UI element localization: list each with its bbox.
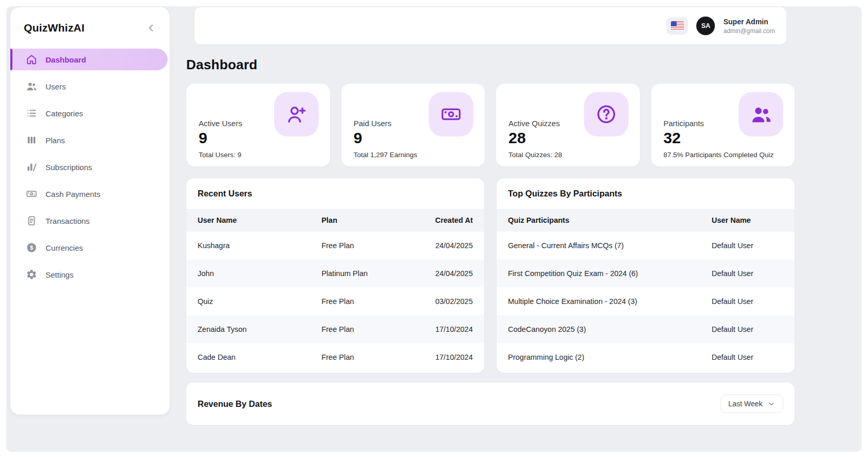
stat-card-paid-users: Paid Users 9 Total 1,297 Earnings (341, 84, 485, 166)
sidebar-item-cash-payments[interactable]: Cash Payments (10, 183, 168, 205)
dollar-icon: $ (26, 242, 37, 253)
date-range-value: Last Week (728, 400, 762, 408)
recent-users-header: User Name Plan Created At (186, 209, 484, 232)
sidebar-item-users[interactable]: Users (10, 75, 168, 97)
revenue-title: Revenue By Dates (198, 399, 272, 409)
avatar[interactable]: SA (696, 17, 715, 35)
column-header-created-at: Created At (415, 216, 473, 224)
cell-quiz-participants: General - Current Affairs MCQs (7) (508, 241, 712, 250)
sidebar-item-dashboard[interactable]: Dashboard (10, 49, 168, 70)
gear-icon (26, 269, 37, 280)
sidebar-item-label: Subscriptions (46, 163, 92, 172)
recent-users-rows: Kushagra Free Plan 24/04/2025 John Plati… (186, 232, 484, 371)
table-row: First Competition Quiz Exam - 2024 (6) D… (497, 260, 795, 287)
stat-card-participants: Participants 32 87.5% Participants Compl… (651, 84, 795, 166)
table-row: Multiple Choice Examination - 2024 (3) D… (497, 287, 795, 315)
cash-icon (429, 92, 473, 136)
svg-text:$: $ (30, 245, 33, 251)
cell-created-at: 24/04/2025 (415, 269, 473, 278)
sidebar-item-label: Categories (46, 109, 83, 118)
question-icon (584, 92, 628, 136)
stat-subtext: Total Users: 9 (199, 151, 318, 159)
sidebar-item-label: Users (46, 82, 66, 91)
sidebar-item-currencies[interactable]: $ Currencies (10, 237, 168, 258)
user-email: admin@gmail.com (723, 27, 775, 35)
cell-user-name: Quiz (198, 297, 321, 306)
cell-user-name: Default User (712, 297, 783, 306)
cell-created-at: 03/02/2025 (415, 297, 473, 306)
cell-quiz-participants: Programming Logic (2) (508, 353, 712, 361)
revenue-panel: Revenue By Dates Last Week (186, 383, 795, 425)
cell-user-name: Zenaida Tyson (198, 325, 321, 333)
sidebar-item-label: Settings (46, 270, 73, 279)
cell-user-name: Default User (712, 269, 783, 278)
cell-created-at: 17/10/2024 (415, 325, 473, 333)
app-logo: QuizWhizAI (24, 22, 84, 34)
stat-subtext: Total Quizzes: 28 (508, 151, 627, 159)
sidebar-item-label: Transactions (46, 217, 89, 225)
cell-plan: Platinum Plan (321, 269, 415, 278)
sidebar-item-transactions[interactable]: Transactions (10, 210, 168, 232)
chart-icon (26, 161, 37, 173)
cell-user-name: John (198, 269, 321, 278)
cash-icon (26, 188, 37, 200)
column-header-plan: Plan (321, 216, 415, 224)
chevron-down-icon (768, 400, 775, 408)
cell-quiz-participants: CodeCanoyon 2025 (3) (508, 325, 712, 333)
stat-card-active-users: Active Users 9 Total Users: 9 (186, 84, 330, 166)
table-row: John Platinum Plan 24/04/2025 (186, 260, 484, 287)
sidebar-item-plans[interactable]: Plans (10, 129, 168, 151)
stat-card-active-quizzes: Active Quizzes 28 Total Quizzes: 28 (496, 84, 640, 166)
cell-plan: Free Plan (321, 325, 415, 333)
cell-user-name: Kushagra (198, 241, 321, 250)
list-icon (26, 108, 37, 119)
table-row: Programming Logic (2) Default User (497, 343, 795, 371)
columns-icon (26, 134, 37, 146)
home-icon (26, 54, 37, 65)
sidebar-item-settings[interactable]: Settings (10, 264, 168, 285)
sidebar-nav: Dashboard Users Categories Plans Subscri… (10, 47, 170, 287)
stat-cards: Active Users 9 Total Users: 9 Paid Users… (186, 84, 795, 166)
cell-created-at: 24/04/2025 (415, 241, 473, 250)
user-meta: Super Admin admin@gmail.com (723, 18, 775, 35)
top-quizzes-panel: Top Quizzes By Participants Quiz Partici… (497, 178, 795, 373)
cell-plan: Free Plan (321, 241, 415, 250)
cell-user-name: Cade Dean (198, 353, 321, 361)
sidebar-item-categories[interactable]: Categories (10, 102, 168, 124)
language-button[interactable] (666, 17, 688, 35)
sidebar-item-label: Dashboard (46, 55, 86, 64)
cell-user-name: Default User (712, 325, 783, 333)
date-range-select[interactable]: Last Week (721, 394, 783, 413)
sidebar-item-subscriptions[interactable]: Subscriptions (10, 156, 168, 178)
table-row: General - Current Affairs MCQs (7) Defau… (497, 232, 795, 260)
cell-user-name: Default User (712, 241, 783, 250)
table-row: Cade Dean Free Plan 17/10/2024 (186, 343, 484, 371)
recent-users-title: Recent Users (186, 178, 484, 209)
stat-subtext: Total 1,297 Earnings (354, 151, 473, 159)
top-quizzes-rows: General - Current Affairs MCQs (7) Defau… (497, 232, 795, 371)
cell-quiz-participants: Multiple Choice Examination - 2024 (3) (508, 297, 712, 306)
user-plus-icon (274, 92, 319, 136)
sidebar-collapse-button[interactable] (145, 22, 157, 34)
top-quizzes-header: Quiz Participants User Name (497, 209, 795, 232)
topbar: SA Super Admin admin@gmail.com (194, 7, 786, 44)
stat-subtext: 87.5% Participants Completed Quiz (664, 151, 783, 159)
column-header-user-name: User Name (712, 216, 783, 224)
user-name: Super Admin (723, 18, 775, 26)
users-group-icon (739, 92, 783, 136)
recent-users-panel: Recent Users User Name Plan Created At K… (186, 178, 484, 373)
us-flag-icon (671, 21, 684, 31)
receipt-icon (26, 215, 37, 226)
table-row: CodeCanoyon 2025 (3) Default User (497, 315, 795, 343)
cell-created-at: 17/10/2024 (415, 353, 473, 361)
sidebar-item-label: Cash Payments (46, 190, 100, 199)
table-row: Kushagra Free Plan 24/04/2025 (186, 232, 484, 260)
tables-row: Recent Users User Name Plan Created At K… (186, 178, 795, 373)
sidebar-item-label: Currencies (46, 243, 83, 252)
users-icon (26, 81, 37, 92)
cell-quiz-participants: First Competition Quiz Exam - 2024 (6) (508, 269, 712, 278)
column-header-quiz-participants: Quiz Participants (508, 216, 712, 224)
sidebar-header: QuizWhizAI (10, 7, 170, 47)
sidebar: QuizWhizAI Dashboard Users Categories Pl (10, 7, 170, 415)
cell-user-name: Default User (712, 353, 783, 361)
